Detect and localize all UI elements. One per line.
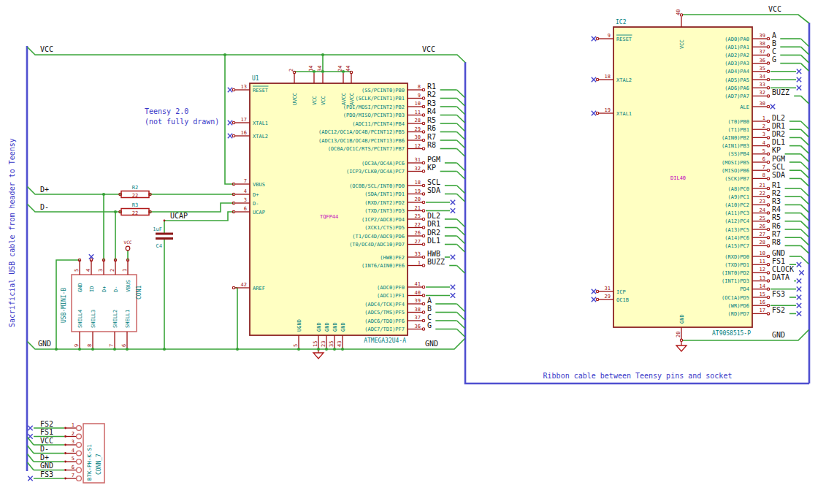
bus-entry xyxy=(801,162,809,170)
no-connect-icon xyxy=(797,85,801,90)
pin-number: 3 xyxy=(98,269,104,272)
pin-number: 15 xyxy=(760,291,765,297)
pin-name: (AD6)PA6 xyxy=(724,85,749,91)
junction-dot xyxy=(55,348,58,351)
con1-pin-stubs xyxy=(80,260,128,349)
pin-name: (A8)PC0 xyxy=(727,186,749,192)
pin-number: 2 xyxy=(288,69,294,72)
net-label: DL2 xyxy=(427,212,440,220)
no-connect-icon xyxy=(592,289,596,294)
pin-number: 27 xyxy=(415,239,421,245)
junction-dot xyxy=(333,348,336,351)
pin-name: (MOSI)PB5 xyxy=(722,160,749,166)
pin-circle xyxy=(767,264,769,266)
pin-number: 1 xyxy=(72,422,74,428)
pin-name: D+ xyxy=(102,286,107,292)
net-label: GND xyxy=(772,249,785,257)
pin-name: (MISO)PB6 xyxy=(722,168,749,174)
pin-name: (ADC12/OC1A/OC4B/PCINT12)PB5 xyxy=(318,129,405,135)
pin-circle xyxy=(422,148,424,150)
net-label: R5 xyxy=(427,116,436,124)
pin-circle xyxy=(767,62,769,64)
pin-number: 7 xyxy=(72,473,74,478)
pin-name: VBUS xyxy=(253,182,265,188)
pin-number: 8 xyxy=(762,172,765,178)
bus-entry xyxy=(457,321,465,329)
bus-entry xyxy=(801,256,809,264)
net-label: VCC xyxy=(40,437,53,445)
pin-circle xyxy=(350,71,352,73)
pin-name: (SS/PCINT0)PB0 xyxy=(362,88,405,93)
bus-entry xyxy=(801,154,809,162)
net-label: FS3 xyxy=(40,470,53,478)
pin-circle xyxy=(422,302,424,305)
no-connect-icon xyxy=(770,104,775,109)
con1-pin-1: 1VBUS xyxy=(122,259,131,292)
pin-number: 34 xyxy=(317,66,323,72)
bus-entry xyxy=(801,221,809,229)
pin-name: (A10)PC2 xyxy=(724,202,749,208)
pin-number: 1 xyxy=(418,260,421,266)
pin-name: (AD2)PA2 xyxy=(724,53,749,58)
no-connect-icon xyxy=(797,295,801,299)
pin-circle xyxy=(767,153,769,155)
pin-name: (OC0B/SCL/INT0)PD0 xyxy=(349,183,405,189)
bus-entry xyxy=(801,121,809,129)
u1-ref: U1 xyxy=(252,75,259,82)
pin-number: 38 xyxy=(760,41,765,47)
pin-name: (T1)PB1 xyxy=(727,127,749,133)
net-label: R2 xyxy=(772,189,781,197)
pin-name: (AD7)PA7 xyxy=(724,93,749,99)
pin-name: SHELL2 xyxy=(112,310,118,328)
pin-number: 6 xyxy=(762,156,765,162)
pin-circle xyxy=(422,105,424,107)
no-connect-icon xyxy=(451,255,455,259)
pin-circle xyxy=(767,105,769,107)
pin-number: 35 xyxy=(760,66,765,72)
bus-entry xyxy=(457,245,465,253)
bus-entry xyxy=(457,123,465,131)
pin-circle xyxy=(422,210,424,212)
pin-circle xyxy=(422,264,424,267)
pin-number: 36 xyxy=(415,324,421,329)
capacitor-c4 xyxy=(156,234,173,239)
net-label: FS1 xyxy=(40,428,53,436)
pin-number: 30 xyxy=(760,101,765,107)
junction-dot xyxy=(126,348,129,351)
pin-name: (A14)PC6 xyxy=(724,235,749,241)
pin-circle xyxy=(767,37,769,39)
pin-number: 35 xyxy=(329,341,334,347)
pin-number: 9 xyxy=(74,344,80,347)
pin-name: AVCC xyxy=(349,93,355,105)
pin-circle xyxy=(422,170,424,172)
usb-cable-note: Sacrificial USB cable from header to Tee… xyxy=(8,138,16,327)
bus-entry xyxy=(457,132,465,140)
net-label: SDA xyxy=(427,186,440,194)
pin-name: (OC3A/OC4A)PC6 xyxy=(362,161,405,167)
junction-dot xyxy=(313,70,316,73)
pin-circle xyxy=(422,184,424,186)
pin-name: (INT0)PD2 xyxy=(722,270,749,276)
ribbon-note: Ribbon cable between Teensy pins and soc… xyxy=(543,372,733,380)
pin-name: ALE xyxy=(740,104,749,110)
pin-name: (T0/OC4D/ADC10)PD7 xyxy=(349,242,405,248)
pin-number: 22 xyxy=(415,222,421,228)
net-label: SCL xyxy=(427,178,440,186)
net-label: R8 xyxy=(772,238,781,246)
conn7-pin-1: FS21 xyxy=(28,420,81,431)
pin-circle xyxy=(422,193,424,195)
pin-number: 42 xyxy=(241,282,247,288)
pin-circle xyxy=(767,204,769,206)
net-label: R7 xyxy=(772,230,781,238)
teensy-note-title: Teensy 2.0 xyxy=(145,107,188,115)
pin-name: (ADC5/TMS)PF5 xyxy=(364,310,405,316)
teensy-note-sub: (not fully drawn) xyxy=(145,118,219,126)
pin-name: (INT1)PD3 xyxy=(722,278,749,284)
bus-entry xyxy=(457,228,465,236)
pin-number: 28 xyxy=(760,240,765,245)
ic2-ref: IC2 xyxy=(616,19,627,26)
pin-number: 23 xyxy=(321,341,326,347)
pin-circle xyxy=(767,220,769,222)
junction-dot xyxy=(236,348,239,351)
pin-number: 5 xyxy=(762,148,765,154)
